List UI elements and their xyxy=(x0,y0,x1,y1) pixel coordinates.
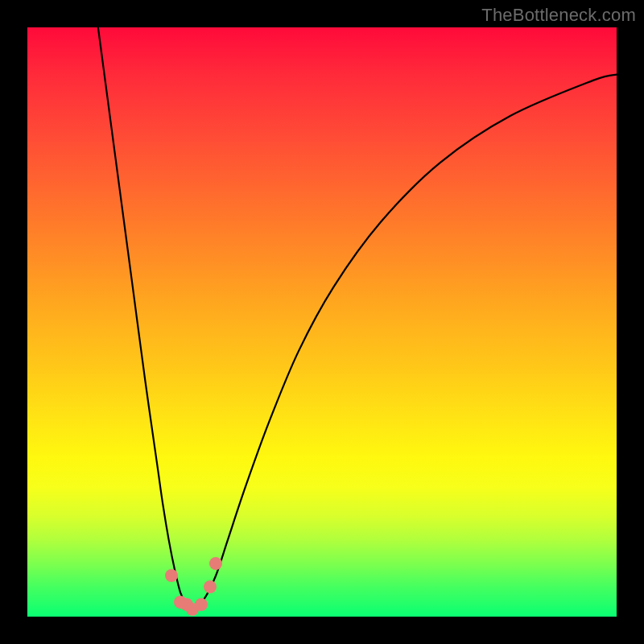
chart-frame: TheBottleneck.com xyxy=(0,0,644,644)
marker-dot xyxy=(165,569,178,582)
curve-right-arm xyxy=(192,75,617,611)
bottleneck-curve xyxy=(0,0,644,644)
curve-left-arm xyxy=(98,27,192,611)
